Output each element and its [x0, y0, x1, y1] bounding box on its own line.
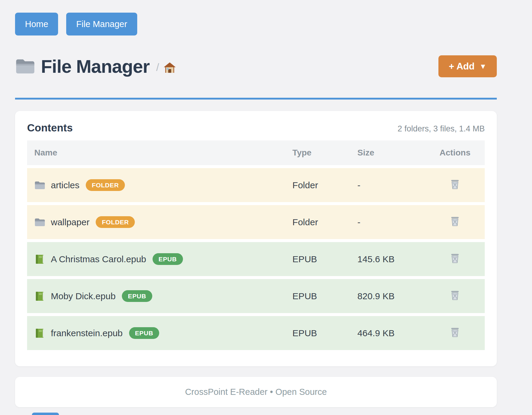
table-row[interactable]: articlesFOLDERFolder-	[27, 168, 485, 202]
folder-icon	[34, 217, 45, 227]
file-manager-button[interactable]: File Manager	[66, 13, 137, 35]
breadcrumb-separator: /	[156, 61, 159, 73]
file-name[interactable]: A Christmas Carol.epub	[51, 254, 146, 264]
size-cell: 464.9 KB	[350, 316, 425, 350]
table-row[interactable]: Moby Dick.epubEPUBEPUB820.9 KB	[27, 279, 485, 313]
chevron-down-icon: ▼	[479, 62, 487, 71]
footer-text: CrossPoint E-Reader • Open Source	[185, 387, 327, 397]
file-name[interactable]: frankenstein.epub	[51, 328, 123, 338]
footer-card: CrossPoint E-Reader • Open Source	[15, 377, 497, 407]
type-cell: EPUB	[285, 242, 350, 276]
folder-icon	[34, 180, 45, 190]
file-name[interactable]: Moby Dick.epub	[51, 291, 116, 301]
book-icon	[34, 291, 45, 301]
actions-cell	[425, 242, 485, 276]
cutoff-bottom-button[interactable]	[32, 413, 59, 415]
file-name[interactable]: articles	[51, 180, 79, 190]
trash-icon[interactable]	[450, 216, 460, 226]
type-badge: FOLDER	[86, 179, 125, 191]
name-cell: A Christmas Carol.epubEPUB	[27, 242, 285, 276]
trash-icon[interactable]	[450, 253, 460, 263]
column-header-type: Type	[285, 140, 350, 165]
contents-summary: 2 folders, 3 files, 1.4 MB	[397, 124, 485, 134]
name-cell: frankenstein.epubEPUB	[27, 316, 285, 350]
actions-cell	[425, 205, 485, 239]
table-row[interactable]: A Christmas Carol.epubEPUBEPUB145.6 KB	[27, 242, 485, 276]
actions-cell	[425, 316, 485, 350]
book-icon	[34, 328, 45, 338]
header-divider	[15, 98, 497, 100]
trash-icon[interactable]	[450, 290, 460, 300]
name-cell: wallpaperFOLDER	[27, 205, 285, 239]
size-cell: 145.6 KB	[350, 242, 425, 276]
page-title: File Manager	[41, 56, 150, 77]
size-cell: -	[350, 168, 425, 202]
book-icon	[34, 254, 45, 264]
folder-icon	[15, 57, 35, 75]
name-cell: articlesFOLDER	[27, 168, 285, 202]
add-button[interactable]: + Add ▼	[438, 55, 497, 77]
type-badge: FOLDER	[96, 216, 135, 228]
type-cell: EPUB	[285, 316, 350, 350]
contents-card-header: Contents 2 folders, 3 files, 1.4 MB	[27, 122, 485, 134]
page-header: File Manager / + Add ▼	[15, 55, 497, 77]
actions-cell	[425, 279, 485, 313]
table-row[interactable]: wallpaperFOLDERFolder-	[27, 205, 485, 239]
table-body: articlesFOLDERFolder- wallpaperFOLDERFol…	[27, 168, 485, 350]
type-cell: Folder	[285, 205, 350, 239]
size-cell: 820.9 KB	[350, 279, 425, 313]
files-table: Name Type Size Actions articlesFOLDERFol…	[27, 137, 485, 353]
type-cell: EPUB	[285, 279, 350, 313]
contents-title: Contents	[27, 122, 73, 134]
add-button-label: + Add	[449, 61, 475, 72]
actions-cell	[425, 168, 485, 202]
table-header-row: Name Type Size Actions	[27, 140, 485, 165]
type-badge: EPUB	[129, 327, 159, 339]
file-name[interactable]: wallpaper	[51, 217, 89, 227]
top-nav: Home File Manager	[15, 13, 497, 35]
home-breadcrumb-icon[interactable]	[163, 62, 176, 74]
column-header-size: Size	[350, 140, 425, 165]
type-badge: EPUB	[122, 290, 152, 302]
size-cell: -	[350, 205, 425, 239]
column-header-actions: Actions	[425, 140, 485, 165]
trash-icon[interactable]	[450, 327, 460, 337]
table-row[interactable]: frankenstein.epubEPUBEPUB464.9 KB	[27, 316, 485, 350]
name-cell: Moby Dick.epubEPUB	[27, 279, 285, 313]
type-cell: Folder	[285, 168, 350, 202]
page: Home File Manager File Manager /	[15, 0, 497, 407]
trash-icon[interactable]	[450, 179, 460, 189]
home-button[interactable]: Home	[15, 13, 58, 35]
type-badge: EPUB	[153, 253, 183, 265]
column-header-name: Name	[27, 140, 285, 165]
title-group: File Manager /	[15, 56, 438, 77]
contents-card: Contents 2 folders, 3 files, 1.4 MB Name…	[15, 111, 497, 366]
